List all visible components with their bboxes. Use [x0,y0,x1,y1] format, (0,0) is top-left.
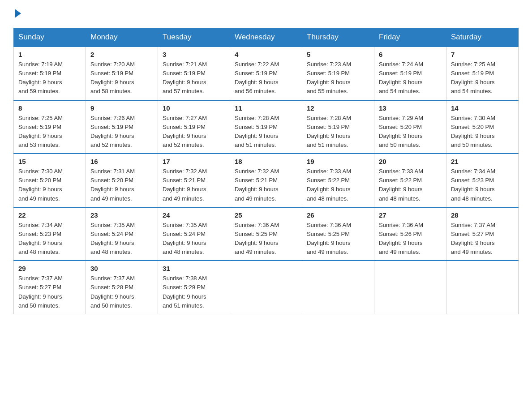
day-number: 4 [235,51,297,58]
day-number: 8 [18,104,81,112]
header-sunday: Sunday [14,28,86,47]
calendar-cell: 3Sunrise: 7:21 AM Sunset: 5:19 PM Daylig… [158,47,230,100]
header-friday: Friday [374,28,446,47]
logo [13,9,21,19]
calendar-cell: 22Sunrise: 7:34 AM Sunset: 5:23 PM Dayli… [14,207,86,261]
calendar-cell: 11Sunrise: 7:28 AM Sunset: 5:19 PM Dayli… [230,100,302,154]
header-tuesday: Tuesday [158,28,230,47]
day-number: 21 [451,158,514,165]
calendar-cell: 15Sunrise: 7:30 AM Sunset: 5:20 PM Dayli… [14,154,86,207]
calendar-cell [374,261,446,314]
calendar-cell: 9Sunrise: 7:26 AM Sunset: 5:19 PM Daylig… [86,100,158,154]
calendar-cell: 29Sunrise: 7:37 AM Sunset: 5:27 PM Dayli… [14,261,86,314]
calendar-cell: 1Sunrise: 7:19 AM Sunset: 5:19 PM Daylig… [14,47,86,100]
day-info: Sunrise: 7:35 AM Sunset: 5:24 PM Dayligh… [163,221,225,257]
header-thursday: Thursday [302,28,374,47]
calendar-cell: 21Sunrise: 7:34 AM Sunset: 5:23 PM Dayli… [446,154,519,207]
day-info: Sunrise: 7:24 AM Sunset: 5:19 PM Dayligh… [379,60,442,96]
day-info: Sunrise: 7:36 AM Sunset: 5:26 PM Dayligh… [379,221,442,257]
calendar-cell: 23Sunrise: 7:35 AM Sunset: 5:24 PM Dayli… [86,207,158,261]
day-info: Sunrise: 7:21 AM Sunset: 5:19 PM Dayligh… [163,60,225,96]
calendar-cell [446,261,519,314]
calendar-cell: 27Sunrise: 7:36 AM Sunset: 5:26 PM Dayli… [374,207,446,261]
calendar-cell: 30Sunrise: 7:37 AM Sunset: 5:28 PM Dayli… [86,261,158,314]
calendar-cell: 8Sunrise: 7:25 AM Sunset: 5:19 PM Daylig… [14,100,86,154]
day-number: 24 [163,211,225,219]
day-number: 14 [451,104,514,112]
day-info: Sunrise: 7:26 AM Sunset: 5:19 PM Dayligh… [90,114,153,150]
day-info: Sunrise: 7:25 AM Sunset: 5:19 PM Dayligh… [451,60,514,96]
calendar-week-row: 22Sunrise: 7:34 AM Sunset: 5:23 PM Dayli… [14,207,519,261]
day-info: Sunrise: 7:32 AM Sunset: 5:21 PM Dayligh… [235,167,297,203]
day-number: 30 [90,265,153,272]
calendar-week-row: 1Sunrise: 7:19 AM Sunset: 5:19 PM Daylig… [14,47,519,100]
day-info: Sunrise: 7:23 AM Sunset: 5:19 PM Dayligh… [307,60,369,96]
calendar-cell: 31Sunrise: 7:38 AM Sunset: 5:29 PM Dayli… [158,261,230,314]
day-number: 20 [379,158,442,165]
calendar-week-row: 8Sunrise: 7:25 AM Sunset: 5:19 PM Daylig… [14,100,519,154]
day-number: 23 [90,211,153,219]
header-saturday: Saturday [446,28,519,47]
day-number: 10 [163,104,225,112]
calendar-cell: 5Sunrise: 7:23 AM Sunset: 5:19 PM Daylig… [302,47,374,100]
calendar-cell: 28Sunrise: 7:37 AM Sunset: 5:27 PM Dayli… [446,207,519,261]
calendar-week-row: 29Sunrise: 7:37 AM Sunset: 5:27 PM Dayli… [14,261,519,314]
day-info: Sunrise: 7:30 AM Sunset: 5:20 PM Dayligh… [18,167,81,203]
day-number: 31 [163,265,225,272]
day-number: 17 [163,158,225,165]
day-number: 29 [18,265,81,272]
calendar-cell: 16Sunrise: 7:31 AM Sunset: 5:20 PM Dayli… [86,154,158,207]
calendar-week-row: 15Sunrise: 7:30 AM Sunset: 5:20 PM Dayli… [14,154,519,207]
day-number: 28 [451,211,514,219]
calendar-cell: 13Sunrise: 7:29 AM Sunset: 5:20 PM Dayli… [374,100,446,154]
day-number: 7 [451,51,514,58]
calendar-cell: 12Sunrise: 7:28 AM Sunset: 5:19 PM Dayli… [302,100,374,154]
calendar-cell: 25Sunrise: 7:36 AM Sunset: 5:25 PM Dayli… [230,207,302,261]
day-number: 19 [307,158,369,165]
header-monday: Monday [86,28,158,47]
day-info: Sunrise: 7:35 AM Sunset: 5:24 PM Dayligh… [90,221,153,257]
day-number: 13 [379,104,442,112]
day-info: Sunrise: 7:36 AM Sunset: 5:25 PM Dayligh… [235,221,297,257]
calendar-cell: 2Sunrise: 7:20 AM Sunset: 5:19 PM Daylig… [86,47,158,100]
day-info: Sunrise: 7:32 AM Sunset: 5:21 PM Dayligh… [163,167,225,203]
calendar-cell: 24Sunrise: 7:35 AM Sunset: 5:24 PM Dayli… [158,207,230,261]
day-number: 25 [235,211,297,219]
day-number: 6 [379,51,442,58]
calendar-cell: 19Sunrise: 7:33 AM Sunset: 5:22 PM Dayli… [302,154,374,207]
calendar-table: SundayMondayTuesdayWednesdayThursdayFrid… [13,28,519,314]
day-number: 9 [90,104,153,112]
calendar-cell: 4Sunrise: 7:22 AM Sunset: 5:19 PM Daylig… [230,47,302,100]
day-info: Sunrise: 7:31 AM Sunset: 5:20 PM Dayligh… [90,167,153,203]
day-info: Sunrise: 7:28 AM Sunset: 5:19 PM Dayligh… [235,114,297,150]
day-number: 22 [18,211,81,219]
calendar-cell: 18Sunrise: 7:32 AM Sunset: 5:21 PM Dayli… [230,154,302,207]
day-info: Sunrise: 7:27 AM Sunset: 5:19 PM Dayligh… [163,114,225,150]
day-number: 3 [163,51,225,58]
calendar-cell: 7Sunrise: 7:25 AM Sunset: 5:19 PM Daylig… [446,47,519,100]
calendar-cell: 26Sunrise: 7:36 AM Sunset: 5:25 PM Dayli… [302,207,374,261]
calendar-cell: 17Sunrise: 7:32 AM Sunset: 5:21 PM Dayli… [158,154,230,207]
day-info: Sunrise: 7:37 AM Sunset: 5:27 PM Dayligh… [18,274,81,310]
day-number: 18 [235,158,297,165]
calendar-cell: 20Sunrise: 7:33 AM Sunset: 5:22 PM Dayli… [374,154,446,207]
logo-triangle-icon [15,9,21,18]
day-number: 15 [18,158,81,165]
day-info: Sunrise: 7:20 AM Sunset: 5:19 PM Dayligh… [90,60,153,96]
day-number: 16 [90,158,153,165]
calendar-cell: 14Sunrise: 7:30 AM Sunset: 5:20 PM Dayli… [446,100,519,154]
day-info: Sunrise: 7:22 AM Sunset: 5:19 PM Dayligh… [235,60,297,96]
calendar-header-row: SundayMondayTuesdayWednesdayThursdayFrid… [14,28,519,47]
day-number: 1 [18,51,81,58]
day-number: 12 [307,104,369,112]
calendar-cell: 10Sunrise: 7:27 AM Sunset: 5:19 PM Dayli… [158,100,230,154]
day-info: Sunrise: 7:38 AM Sunset: 5:29 PM Dayligh… [163,274,225,310]
day-number: 5 [307,51,369,58]
day-number: 27 [379,211,442,219]
day-info: Sunrise: 7:33 AM Sunset: 5:22 PM Dayligh… [379,167,442,203]
day-number: 2 [90,51,153,58]
day-info: Sunrise: 7:28 AM Sunset: 5:19 PM Dayligh… [307,114,369,150]
day-info: Sunrise: 7:30 AM Sunset: 5:20 PM Dayligh… [451,114,514,150]
calendar-cell: 6Sunrise: 7:24 AM Sunset: 5:19 PM Daylig… [374,47,446,100]
day-info: Sunrise: 7:36 AM Sunset: 5:25 PM Dayligh… [307,221,369,257]
